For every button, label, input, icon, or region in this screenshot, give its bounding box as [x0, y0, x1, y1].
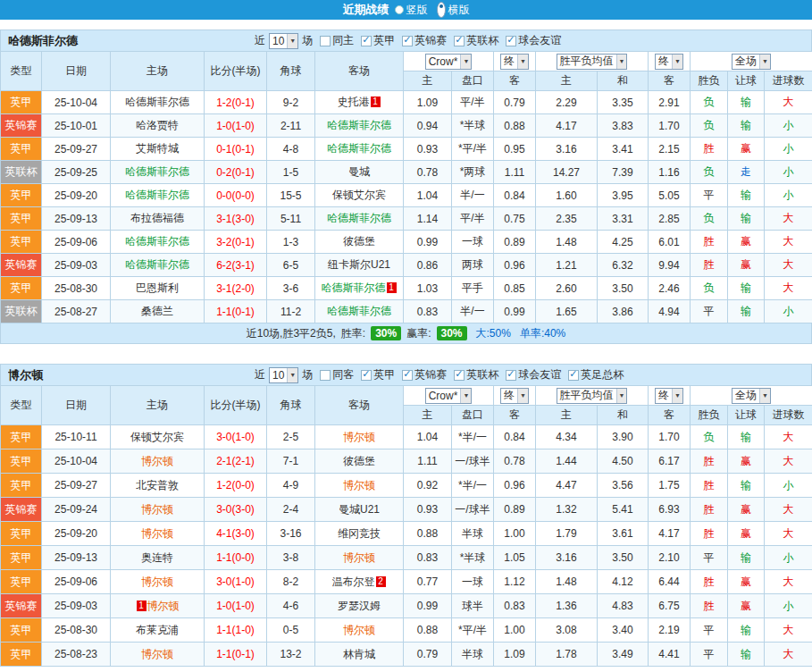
checkbox-checked-icon[interactable] — [506, 36, 516, 46]
scope-select[interactable]: 全场▼ — [732, 54, 771, 70]
checkbox-checked-icon[interactable] — [454, 36, 465, 46]
checkbox-checked-icon[interactable] — [361, 370, 372, 381]
score-link[interactable]: 1-2(0-1) — [216, 97, 255, 109]
team-link[interactable]: 博尔顿 — [147, 600, 180, 612]
filter-checkbox[interactable]: 英甲 — [361, 33, 395, 48]
score-link[interactable]: 1-0(1-0) — [216, 600, 255, 612]
league-cell: 英甲 — [1, 546, 42, 570]
team-link[interactable]: 哈德斯菲尔德 — [125, 165, 189, 178]
score-link[interactable]: 3-0(1-0) — [216, 431, 255, 443]
checkbox-unchecked-icon[interactable] — [320, 36, 331, 46]
team-link[interactable]: 博尔顿 — [141, 648, 173, 660]
scope-select[interactable]: 全场▼ — [732, 388, 771, 404]
filter-checkbox[interactable]: 球会友谊 — [506, 367, 561, 382]
team-link[interactable]: 博尔顿 — [343, 479, 375, 491]
team-link[interactable]: 哈德斯菲尔德 — [327, 119, 391, 131]
score-link[interactable]: 0-2(0-1) — [216, 166, 255, 179]
team-link[interactable]: 曼城U21 — [339, 503, 380, 516]
score-link[interactable]: 1-1(1-0) — [216, 624, 255, 636]
team-link[interactable]: 布莱克浦 — [136, 624, 179, 636]
checkbox-checked-icon[interactable] — [568, 370, 579, 381]
team-link[interactable]: 彼德堡 — [343, 455, 375, 467]
filter-checkbox[interactable]: 英锦赛 — [402, 33, 447, 48]
team-link[interactable]: 奥连特 — [141, 551, 173, 564]
score-link[interactable]: 4-1(3-0) — [216, 527, 255, 540]
radio-selected-icon[interactable] — [437, 2, 446, 18]
team-link[interactable]: 哈德斯菲尔德 — [322, 281, 386, 294]
team-link[interactable]: 博尔顿 — [343, 624, 375, 636]
filter-checkbox[interactable]: 英足总杯 — [568, 367, 624, 382]
team-link[interactable]: 博尔顿 — [141, 503, 173, 516]
score-link[interactable]: 1-1(0-1) — [216, 306, 255, 318]
team-link[interactable]: 维冈竞技 — [338, 527, 381, 540]
view-radio-horizontal[interactable]: 横版 — [437, 2, 470, 18]
filter-checkbox[interactable]: 同主 — [320, 33, 354, 48]
team-link[interactable]: 曼城 — [348, 165, 370, 178]
checkbox-checked-icon[interactable] — [361, 36, 372, 46]
final-avg-select[interactable]: 终▼ — [655, 388, 683, 404]
team-link[interactable]: 纽卡斯尔U21 — [328, 258, 390, 271]
final-odds-select[interactable]: 终▼ — [500, 388, 529, 404]
team-link[interactable]: 博尔顿 — [343, 551, 375, 564]
match-count-select[interactable]: 10▼ — [269, 367, 298, 383]
away-team-cell: 维冈竞技 — [315, 522, 404, 546]
checkbox-checked-icon[interactable] — [506, 370, 516, 381]
bookmaker-select[interactable]: Crow*▼ — [425, 388, 473, 404]
checkbox-checked-icon[interactable] — [402, 370, 413, 381]
team-link[interactable]: 哈洛贾特 — [136, 119, 179, 131]
filter-checkbox[interactable]: 英锦赛 — [402, 367, 447, 382]
score-link[interactable]: 1-2(0-0) — [216, 479, 255, 491]
checkbox-checked-icon[interactable] — [454, 370, 465, 381]
score-link[interactable]: 3-1(2-0) — [216, 282, 255, 295]
score-link[interactable]: 1-1(0-0) — [216, 551, 255, 564]
avg-odds-select[interactable]: 胜平负均值▼ — [557, 388, 628, 404]
filter-checkbox[interactable]: 英联杯 — [454, 33, 498, 48]
radio-icon[interactable] — [395, 5, 404, 14]
team-link[interactable]: 哈德斯菲尔德 — [125, 189, 189, 201]
score-link[interactable]: 3-2(0-1) — [216, 236, 255, 248]
team-link[interactable]: 哈德斯菲尔德 — [125, 258, 189, 271]
team-link[interactable]: 艾斯特城 — [136, 142, 179, 155]
final-odds-select[interactable]: 终▼ — [500, 54, 529, 70]
team-link[interactable]: 北安普敦 — [136, 479, 179, 491]
checkbox-checked-icon[interactable] — [402, 36, 413, 46]
team-link[interactable]: 保顿艾尔宾 — [332, 189, 386, 201]
checkbox-unchecked-icon[interactable] — [320, 370, 331, 381]
team-link[interactable]: 博尔顿 — [141, 527, 173, 540]
team-link[interactable]: 哈德斯菲尔德 — [125, 235, 189, 248]
score-link[interactable]: 6-2(3-1) — [216, 259, 255, 272]
match-count-select[interactable]: 10▼ — [269, 33, 298, 49]
team-link[interactable]: 哈德斯菲尔德 — [327, 305, 391, 317]
team-link[interactable]: 哈德斯菲尔德 — [327, 212, 391, 224]
team-link[interactable]: 博尔顿 — [141, 575, 173, 588]
filter-checkbox[interactable]: 英甲 — [361, 367, 395, 382]
score-link[interactable]: 1-0(1-0) — [216, 120, 255, 132]
score-link[interactable]: 2-1(2-1) — [216, 455, 255, 467]
team-link[interactable]: 史托港 — [338, 96, 370, 108]
filter-checkbox[interactable]: 英联杯 — [454, 367, 498, 382]
team-link[interactable]: 罗瑟汉姆 — [338, 600, 381, 612]
score-link[interactable]: 3-0(3-0) — [216, 503, 255, 516]
score-link[interactable]: 0-1(0-1) — [216, 143, 255, 155]
team-link[interactable]: 桑德兰 — [141, 305, 173, 317]
team-link[interactable]: 博尔顿 — [141, 455, 173, 467]
score-link[interactable]: 3-0(1-0) — [216, 575, 255, 588]
bookmaker-select[interactable]: Crow*▼ — [425, 54, 473, 70]
team-link[interactable]: 布拉德福德 — [130, 212, 184, 224]
team-link[interactable]: 哈德斯菲尔德 — [327, 142, 391, 155]
team-link[interactable]: 温布尔登 — [332, 575, 375, 588]
team-link[interactable]: 林肯城 — [343, 648, 375, 660]
team-link[interactable]: 保顿艾尔宾 — [130, 431, 184, 443]
team-link[interactable]: 哈德斯菲尔德 — [125, 96, 189, 108]
view-radio-vertical[interactable]: 竖版 — [395, 3, 428, 18]
score-link[interactable]: 3-1(3-0) — [216, 213, 255, 225]
avg-odds-select[interactable]: 胜平负均值▼ — [557, 54, 628, 70]
filter-checkbox[interactable]: 同客 — [320, 367, 354, 382]
filter-checkbox[interactable]: 球会友谊 — [506, 33, 561, 48]
team-link[interactable]: 彼德堡 — [343, 235, 375, 248]
final-avg-select[interactable]: 终▼ — [655, 54, 683, 70]
team-link[interactable]: 巴恩斯利 — [136, 281, 179, 294]
score-link[interactable]: 0-0(0-0) — [216, 189, 255, 202]
team-link[interactable]: 博尔顿 — [343, 431, 375, 443]
score-link[interactable]: 1-1(0-1) — [216, 648, 255, 660]
